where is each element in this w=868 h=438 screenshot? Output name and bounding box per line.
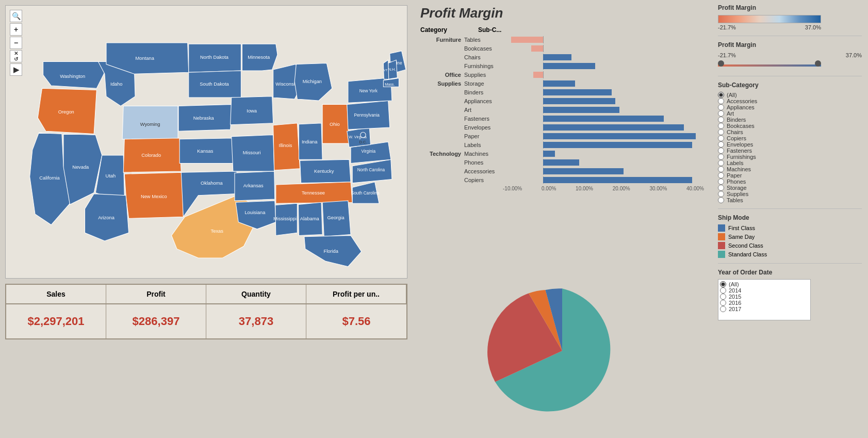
subcategory-option-13[interactable]: Paper [718,172,862,179]
state-georgia[interactable] [322,201,351,237]
subcategory-radio-1[interactable] [718,98,724,104]
year-option-1[interactable]: 2014 [720,287,809,294]
year-radio-0[interactable] [720,281,726,287]
state-illinois[interactable] [273,123,300,170]
subcategory-radio-5[interactable] [718,123,724,129]
state-michigan[interactable] [294,63,332,101]
bar-row-6[interactable]: Binders [420,88,704,96]
bar-row-3[interactable]: Furnishings [420,62,704,70]
subcategory-option-0[interactable]: (All) [718,92,862,98]
subcategory-option-16[interactable]: Supplies [718,191,862,197]
state-south-dakota[interactable] [189,71,241,98]
subcategory-option-2[interactable]: Appliances [718,104,862,110]
subcategory-radio-7[interactable] [718,135,724,141]
subcategory-radio-15[interactable] [718,185,724,191]
bar-row-11[interactable]: Paper [420,132,704,140]
state-kansas[interactable] [179,138,233,164]
subcategory-radio-0[interactable] [718,92,724,98]
year-option-4[interactable]: 2017 [720,306,809,312]
bar-row-15[interactable]: Accessories [420,167,704,175]
state-vermont[interactable] [383,60,388,79]
state-arkansas[interactable] [235,171,275,201]
subcategory-option-3[interactable]: Art [718,110,862,117]
state-iowa[interactable] [231,96,273,125]
bar-row-0[interactable]: FurnitureTables [420,36,704,44]
subcategory-radio-4[interactable] [718,117,724,123]
map-search-btn[interactable]: 🔍 [10,10,22,22]
subcategory-radio-17[interactable] [718,197,724,203]
subcategory-option-11[interactable]: Labels [718,160,862,166]
subcategory-option-8[interactable]: Envelopes [718,141,862,148]
bar-row-8[interactable]: Art [420,106,704,114]
year-option-0[interactable]: (All) [720,281,809,287]
map-play-btn[interactable]: ▶ [10,63,22,76]
state-colorado[interactable] [123,138,181,172]
subcategory-radio-11[interactable] [718,160,724,166]
year-radio-1[interactable] [720,287,726,294]
state-oregon[interactable] [38,88,96,134]
subcategory-option-10[interactable]: Furnishings [718,154,862,160]
state-florida[interactable] [304,236,362,267]
subcategory-option-1[interactable]: Accessories [718,98,862,104]
state-arizona[interactable] [85,194,129,241]
bar-row-14[interactable]: Phones [420,158,704,167]
state-tennessee[interactable] [276,182,352,203]
year-option-2[interactable]: 2015 [720,294,809,300]
year-radio-4[interactable] [720,306,726,312]
year-option-3[interactable]: 2016 [720,300,809,306]
subcategory-radio-9[interactable] [718,148,724,154]
map-reset-btn[interactable]: ✕↺ [10,50,22,62]
range-slider-track[interactable] [718,62,821,69]
state-alabama[interactable] [298,202,322,235]
subcategory-option-7[interactable]: Copiers [718,135,862,141]
state-missouri[interactable] [232,135,274,172]
subcategory-radio-13[interactable] [718,172,724,179]
state-mississippi[interactable] [275,203,298,235]
bar-row-1[interactable]: Bookcases [420,44,704,53]
subcategory-radio-10[interactable] [718,154,724,160]
year-radio-2[interactable] [720,294,726,300]
subcategory-radio-3[interactable] [718,110,724,117]
subcategory-option-17[interactable]: Tables [718,197,862,203]
state-minnesota[interactable] [242,44,277,71]
year-scroll-container[interactable]: (All)2014201520162017 [718,279,811,320]
state-pennsylvania[interactable] [347,101,390,129]
state-kentucky[interactable] [300,159,351,183]
bar-row-16[interactable]: Copiers [420,176,704,184]
bar-row-13[interactable]: TechnologyMachines [420,150,704,158]
year-radio-3[interactable] [720,300,726,306]
state-ohio[interactable] [322,104,349,143]
subcategory-radio-14[interactable] [718,179,724,185]
bar-row-2[interactable]: Chairs [420,53,704,61]
subcategory-option-15[interactable]: Storage [718,185,862,191]
bar-row-7[interactable]: Appliances [420,97,704,105]
state-north-dakota[interactable] [189,44,241,72]
subcategory-option-4[interactable]: Binders [718,117,862,123]
subcategory-option-12[interactable]: Machines [718,166,862,172]
bar-row-5[interactable]: SuppliesStorage [420,79,704,88]
state-indiana[interactable] [299,123,322,160]
state-south-carolina[interactable] [352,182,379,203]
state-washington[interactable] [43,61,105,88]
bar-row-4[interactable]: OfficeSupplies [420,71,704,79]
bar-row-9[interactable]: Fasteners [420,115,704,123]
map-zoom-out-btn[interactable]: − [10,37,22,49]
subcategory-radio-2[interactable] [718,104,724,110]
map-zoom-in-btn[interactable]: + [10,23,22,36]
subcategory-radio-8[interactable] [718,141,724,148]
subcategory-option-6[interactable]: Chairs [718,129,862,135]
subcategory-option-9[interactable]: Fasteners [718,148,862,154]
state-dc[interactable] [361,132,366,137]
state-new-mexico[interactable] [124,172,183,218]
bar-row-12[interactable]: Labels [420,141,704,149]
range-handle-left[interactable] [718,60,724,67]
state-nebraska[interactable] [178,104,232,131]
state-north-carolina[interactable] [352,159,392,183]
subcategory-option-14[interactable]: Phones [718,179,862,185]
range-handle-right[interactable] [815,60,821,67]
subcategory-radio-12[interactable] [718,166,724,172]
state-new-hampshire[interactable] [388,60,398,79]
subcategory-radio-6[interactable] [718,129,724,135]
subcategory-option-5[interactable]: Bookcases [718,123,862,129]
state-wyoming[interactable] [122,106,178,139]
